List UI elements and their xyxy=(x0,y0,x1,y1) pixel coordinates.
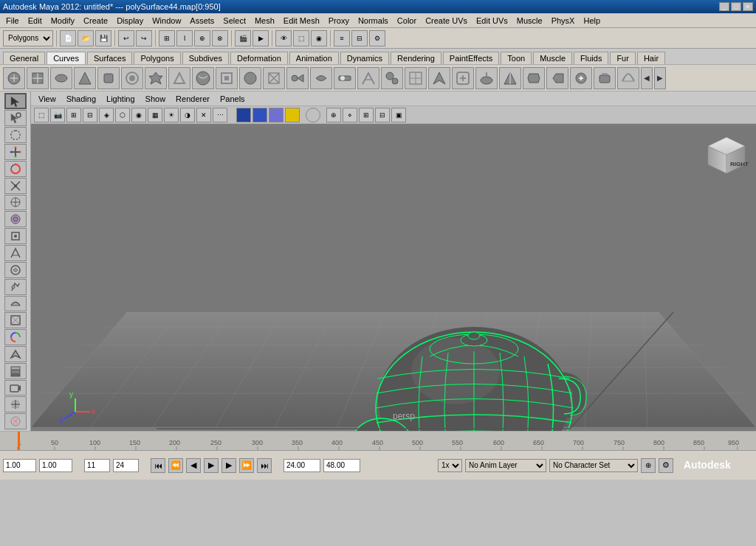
snap-point-button[interactable]: ⊕ xyxy=(194,30,210,46)
shelf-tab-subdivs[interactable]: Subdives xyxy=(182,52,229,64)
vp-wire-btn[interactable]: ⬡ xyxy=(115,108,130,122)
menu-editmesh[interactable]: Edit Mesh xyxy=(279,15,324,27)
shelf-icon-16[interactable] xyxy=(357,67,379,89)
shelf-icon-27[interactable] xyxy=(617,67,639,89)
vp-texture-btn[interactable]: ▦ xyxy=(148,108,162,122)
shelf-tab-polygons[interactable]: Polygons xyxy=(134,52,180,64)
vp-snap-btn[interactable]: ⋄ xyxy=(343,108,357,122)
shelf-icon-25[interactable] xyxy=(570,67,592,89)
shelf-tab-surfaces[interactable]: Surfaces xyxy=(87,52,132,64)
shelf-icon-15[interactable] xyxy=(334,67,356,89)
layers-button[interactable] xyxy=(4,363,27,379)
menu-createuvs[interactable]: Create UVs xyxy=(421,15,472,27)
timeline-ruler[interactable]: 1 50 100 150 200 250 300 350 400 450 xyxy=(0,432,756,450)
play-button[interactable]: ▶ xyxy=(204,458,219,473)
open-file-button[interactable]: 📂 xyxy=(78,30,94,46)
vp-manip-btn[interactable]: ⊕ xyxy=(326,108,341,122)
shelf-icon-2[interactable] xyxy=(27,67,49,89)
step-back-button[interactable]: ⏪ xyxy=(168,458,183,473)
paint-select-button[interactable] xyxy=(4,110,27,126)
vp-hud-btn[interactable]: ▣ xyxy=(391,108,406,122)
settings-button[interactable]: ⚙ xyxy=(659,458,673,473)
shelf-tab-animation[interactable]: Animation xyxy=(289,52,339,64)
soft-select-button[interactable]: ◉ xyxy=(311,30,327,46)
mode-dropdown[interactable]: Polygons xyxy=(3,30,53,46)
vp-menu-panels[interactable]: Panels xyxy=(216,94,250,104)
playback-speed-select[interactable]: 1x xyxy=(438,459,462,472)
go-to-end-button[interactable]: ⏭ xyxy=(257,458,272,473)
new-file-button[interactable]: 📄 xyxy=(60,30,76,46)
shelf-icon-5[interactable] xyxy=(97,67,120,89)
shelf-icon-7[interactable] xyxy=(145,67,167,89)
lasso-tool-button[interactable] xyxy=(4,127,27,143)
save-file-button[interactable]: 💾 xyxy=(95,30,111,46)
shelf-icon-26[interactable] xyxy=(594,67,616,89)
shelf-icon-8[interactable] xyxy=(168,67,190,89)
shelf-scroll-left[interactable]: ◀ xyxy=(641,67,653,89)
shelf-tab-dynamics[interactable]: Dynamics xyxy=(340,52,389,64)
menu-file[interactable]: File xyxy=(1,15,24,27)
show-hide-button[interactable]: 👁 xyxy=(275,30,292,46)
shelf-icon-19[interactable] xyxy=(428,67,450,89)
shelf-tab-muscle[interactable]: Muscle xyxy=(533,52,572,64)
shelf-icon-1[interactable] xyxy=(3,67,25,89)
shelf-tab-deformation[interactable]: Deformation xyxy=(230,52,288,64)
unknown-tool-1[interactable] xyxy=(4,245,27,261)
minimize-button[interactable]: _ xyxy=(719,2,729,11)
shelf-icon-9[interactable] xyxy=(192,67,214,89)
shelf-icon-21[interactable] xyxy=(475,67,498,89)
scale-tool-button[interactable] xyxy=(4,178,27,194)
menu-proxy[interactable]: Proxy xyxy=(324,15,354,27)
menu-window[interactable]: Window xyxy=(148,15,185,27)
view-cube[interactable]: RIGHT xyxy=(704,131,749,176)
shelf-tab-toon[interactable]: Toon xyxy=(501,52,532,64)
go-to-start-button[interactable]: ⏮ xyxy=(151,458,165,473)
vp-light-btn[interactable]: ☀ xyxy=(164,108,179,122)
menu-color[interactable]: Color xyxy=(393,15,421,27)
show-manipulator-button[interactable] xyxy=(4,228,27,244)
vp-menu-lighting[interactable]: Lighting xyxy=(102,94,140,104)
vp-crease-btn[interactable]: ⋯ xyxy=(213,108,227,122)
shelf-icon-24[interactable] xyxy=(546,67,568,89)
unknown-tool-4[interactable] xyxy=(4,296,27,312)
start-frame-input[interactable] xyxy=(84,459,110,472)
snap-curve-button[interactable]: ⌇ xyxy=(176,30,193,46)
unknown-tool-7[interactable] xyxy=(4,346,27,362)
shelf-tab-painteffects[interactable]: PaintEffects xyxy=(443,52,500,64)
shelf-tab-general[interactable]: General xyxy=(3,52,45,64)
shelf-icon-18[interactable] xyxy=(405,67,427,89)
unknown-tool-5[interactable] xyxy=(4,312,27,328)
vp-select-btn[interactable]: ⬚ xyxy=(34,108,49,122)
shelf-icon-20[interactable] xyxy=(452,67,474,89)
vp-color-btn4[interactable] xyxy=(285,108,300,122)
end-frame-input[interactable] xyxy=(113,459,139,472)
next-frame-button[interactable]: ▶ xyxy=(221,458,236,473)
menu-mesh[interactable]: Mesh xyxy=(250,15,279,27)
rotate-tool-button[interactable] xyxy=(4,161,27,177)
character-set-button[interactable]: ⊕ xyxy=(641,458,656,473)
anim-layer-select[interactable]: No Anim Layer xyxy=(465,459,546,472)
shelf-tab-rendering[interactable]: Rendering xyxy=(391,52,441,64)
shelf-tab-hair[interactable]: Hair xyxy=(637,52,665,64)
shelf-icon-23[interactable] xyxy=(523,67,545,89)
range-start-input[interactable] xyxy=(284,459,320,472)
camera-button[interactable] xyxy=(4,380,27,396)
menu-edituvs[interactable]: Edit UVs xyxy=(472,15,512,27)
menu-help[interactable]: Help xyxy=(579,15,605,27)
vp-color-btn1[interactable] xyxy=(236,108,251,122)
shelf-icon-4[interactable] xyxy=(74,67,96,89)
vp-grid-btn[interactable]: ⊟ xyxy=(83,108,97,122)
channel-box-button[interactable]: ≡ xyxy=(334,30,350,46)
shelf-icon-10[interactable] xyxy=(216,67,238,89)
viewport[interactable]: persp z x y xyxy=(31,124,756,431)
vp-shade-btn[interactable]: ◉ xyxy=(131,108,146,122)
vp-xray-btn[interactable]: ✕ xyxy=(196,108,211,122)
menu-assets[interactable]: Assets xyxy=(185,15,219,27)
shelf-icon-12[interactable] xyxy=(263,67,285,89)
step-forward-button[interactable]: ⏩ xyxy=(239,458,254,473)
ipr-button[interactable]: ▶ xyxy=(252,30,269,46)
current-frame-input[interactable] xyxy=(3,459,36,472)
tool-settings-button[interactable]: ⚙ xyxy=(369,30,385,46)
vp-param-btn[interactable]: ⊞ xyxy=(359,108,374,122)
snap-grid-button[interactable]: ⊞ xyxy=(159,30,175,46)
